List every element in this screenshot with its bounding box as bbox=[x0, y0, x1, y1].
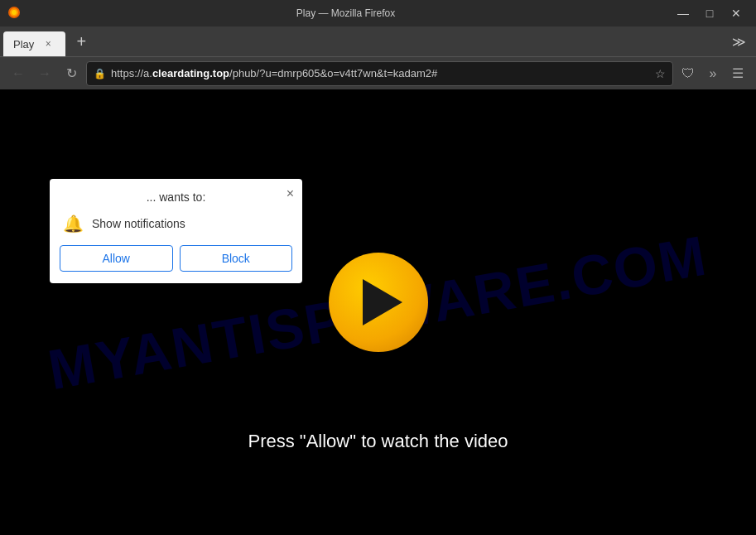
shield-icon: 🛡 bbox=[681, 66, 695, 81]
play-triangle-icon bbox=[363, 279, 402, 325]
firefox-logo bbox=[7, 5, 22, 22]
popup-title: ... wants to: bbox=[147, 190, 206, 204]
page-content: MYANTISPYWARE.COM Press "Allow" to watch… bbox=[0, 89, 756, 535]
minimize-button[interactable]: — bbox=[670, 0, 696, 27]
title-bar: Play — Mozilla Firefox — □ ✕ bbox=[0, 0, 756, 27]
svg-point-2 bbox=[12, 10, 17, 15]
tab-title: Play bbox=[13, 38, 34, 51]
notification-popup: ... wants to: × 🔔 Show notifications All… bbox=[50, 179, 302, 283]
close-button[interactable]: ✕ bbox=[723, 0, 749, 27]
popup-header: ... wants to: × bbox=[50, 179, 302, 209]
window-title: Play — Mozilla Firefox bbox=[22, 7, 670, 19]
video-caption: Press "Allow" to watch the video bbox=[248, 431, 508, 452]
extensions-button[interactable]: » bbox=[701, 62, 725, 85]
tab-close-button[interactable]: × bbox=[41, 36, 55, 51]
reload-button[interactable]: ↻ bbox=[60, 62, 83, 85]
back-button[interactable]: ← bbox=[7, 62, 30, 85]
play-circle[interactable] bbox=[329, 253, 428, 352]
bell-icon: 🔔 bbox=[63, 214, 84, 234]
lock-icon: 🔒 bbox=[94, 68, 106, 80]
url-display: https://a.cleardating.top/phub/?u=dmrp60… bbox=[111, 67, 647, 80]
block-button[interactable]: Block bbox=[180, 245, 293, 272]
forward-button[interactable]: → bbox=[33, 62, 56, 85]
nav-bar: ← → ↻ 🔒 https://a.cleardating.top/phub/?… bbox=[0, 56, 756, 89]
popup-body: 🔔 Show notifications bbox=[50, 209, 302, 245]
menu-button[interactable]: ☰ bbox=[726, 62, 749, 85]
play-button-area[interactable] bbox=[329, 253, 428, 352]
tab-overflow-button[interactable]: ≫ bbox=[725, 31, 753, 53]
window-controls: — □ ✕ bbox=[670, 0, 749, 27]
bookmark-star-icon[interactable]: ☆ bbox=[655, 67, 666, 80]
address-bar[interactable]: 🔒 https://a.cleardating.top/phub/?u=dmrp… bbox=[86, 61, 673, 86]
popup-actions: Allow Block bbox=[50, 245, 302, 283]
active-tab[interactable]: Play × bbox=[3, 31, 65, 56]
nav-right-buttons: 🛡 » ☰ bbox=[677, 62, 749, 85]
popup-close-button[interactable]: × bbox=[287, 187, 294, 200]
new-tab-button[interactable]: + bbox=[69, 29, 94, 54]
popup-body-text: Show notifications bbox=[92, 217, 185, 230]
tab-bar: Play × + ≫ bbox=[0, 27, 756, 56]
maximize-button[interactable]: □ bbox=[696, 0, 723, 27]
allow-button[interactable]: Allow bbox=[60, 245, 173, 272]
shield-button[interactable]: 🛡 bbox=[677, 62, 700, 85]
